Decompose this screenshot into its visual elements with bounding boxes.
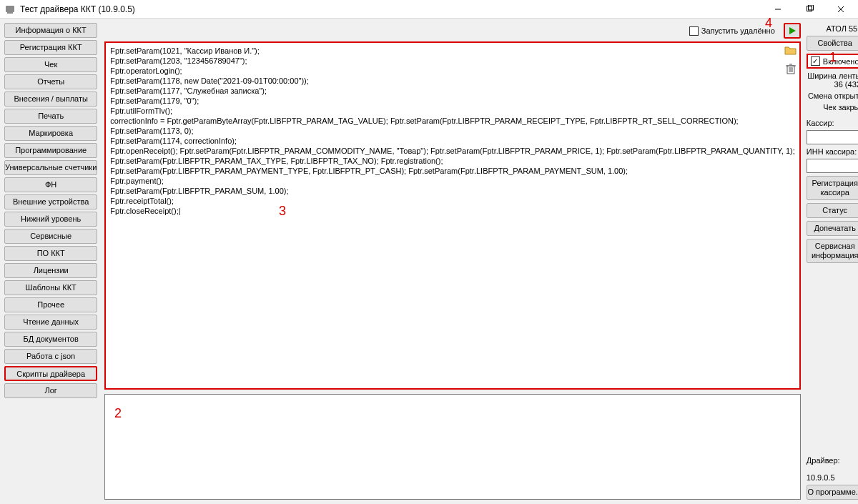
sidebar-item-marking[interactable]: Маркировка bbox=[4, 126, 97, 141]
shift-status: Смена открыта bbox=[807, 92, 858, 100]
delete-button[interactable] bbox=[782, 61, 799, 76]
sidebar-item-receipt[interactable]: Чек bbox=[4, 57, 97, 72]
maximize-button[interactable] bbox=[794, 0, 825, 19]
editor-toolbar: Запустить удалённо bbox=[104, 23, 800, 39]
titlebar: Тест драйвера ККТ (10.9.0.5) bbox=[0, 0, 858, 19]
sidebar-item-fn[interactable]: ФН bbox=[4, 177, 97, 192]
tape-width-value: 36 (432) bbox=[807, 80, 858, 89]
enabled-checkbox[interactable]: ✓ Включено bbox=[807, 54, 858, 69]
open-folder-button[interactable] bbox=[782, 42, 799, 58]
document-status-button[interactable]: Статус документа bbox=[807, 203, 858, 218]
minimize-button[interactable] bbox=[762, 0, 794, 19]
tape-width-label: Ширина ленты: bbox=[807, 71, 858, 80]
driver-version: 10.9.0.5 bbox=[807, 473, 835, 482]
sidebar-item-info[interactable]: Информация о ККТ bbox=[4, 23, 97, 38]
remote-run-checkbox[interactable]: Запустить удалённо bbox=[689, 26, 775, 36]
trash-icon bbox=[786, 63, 796, 74]
folder-icon bbox=[784, 44, 797, 56]
editor-side-icons bbox=[782, 42, 799, 76]
output-panel[interactable] bbox=[104, 394, 800, 500]
driver-info: Драйвер: 10.9.0.5 bbox=[807, 448, 858, 482]
sidebar-item-other[interactable]: Прочее bbox=[4, 297, 97, 312]
checkbox-icon: ✓ bbox=[811, 56, 820, 66]
sidebar-item-lowlevel[interactable]: Нижний уровень bbox=[4, 212, 97, 227]
sidebar-item-docdb[interactable]: БД документов bbox=[4, 332, 97, 347]
reprint-button[interactable]: Допечатать bbox=[807, 221, 858, 236]
register-cashier-button[interactable]: Регистрация кассира bbox=[807, 176, 858, 200]
device-name: АТОЛ 55Ф bbox=[807, 24, 858, 33]
sidebar-item-firmware[interactable]: ПО ККТ bbox=[4, 246, 97, 261]
svg-rect-1 bbox=[7, 12, 13, 14]
sidebar-item-external[interactable]: Внешние устройства bbox=[4, 194, 97, 209]
sidebar-item-json[interactable]: Работа с json bbox=[4, 349, 97, 364]
receipt-status: Чек закрыт bbox=[807, 103, 858, 112]
cashier-inn-label: ИНН кассира: bbox=[807, 147, 858, 156]
sidebar-item-counters[interactable]: Универсальные счетчики bbox=[4, 160, 97, 175]
remote-run-label: Запустить удалённо bbox=[701, 26, 775, 35]
window-controls bbox=[762, 0, 857, 19]
play-icon bbox=[788, 26, 797, 35]
cashier-inn-input[interactable] bbox=[807, 159, 858, 173]
sidebar-right: АТОЛ 55Ф Свойства ✓ Включено Ширина лент… bbox=[804, 19, 858, 504]
sidebar-item-readdata[interactable]: Чтение данных bbox=[4, 315, 97, 330]
cashier-input[interactable] bbox=[807, 130, 858, 144]
checkbox-icon bbox=[689, 26, 699, 36]
service-info-button[interactable]: Сервисная информация bbox=[807, 239, 858, 263]
sidebar-item-reports[interactable]: Отчеты bbox=[4, 74, 97, 89]
sidebar-item-programming[interactable]: Программирование bbox=[4, 143, 97, 158]
center-panel: Запустить удалённо Fptr.setParam(1021, "… bbox=[102, 19, 803, 504]
sidebar-item-scripts[interactable]: Скрипты драйвера bbox=[4, 366, 97, 381]
sidebar-item-templates[interactable]: Шаблоны ККТ bbox=[4, 280, 97, 295]
sidebar-item-service[interactable]: Сервисные bbox=[4, 229, 97, 244]
sidebar-left: Информация о ККТ Регистрация ККТ Чек Отч… bbox=[0, 19, 102, 504]
properties-button[interactable]: Свойства bbox=[807, 36, 858, 51]
sidebar-item-log[interactable]: Лог bbox=[4, 383, 97, 398]
sidebar-item-licenses[interactable]: Лицензии bbox=[4, 263, 97, 278]
sidebar-item-deposits[interactable]: Внесения / выплаты bbox=[4, 92, 97, 107]
svg-rect-0 bbox=[6, 6, 14, 12]
about-button[interactable]: О программе... bbox=[807, 485, 858, 500]
sidebar-item-registration[interactable]: Регистрация ККТ bbox=[4, 40, 97, 55]
close-button[interactable] bbox=[825, 0, 857, 19]
svg-marker-7 bbox=[789, 27, 796, 34]
cashier-label: Кассир: bbox=[807, 119, 858, 127]
enabled-label: Включено bbox=[823, 57, 858, 66]
driver-label: Драйвер: bbox=[807, 456, 840, 465]
run-button[interactable] bbox=[784, 23, 801, 39]
sidebar-item-print[interactable]: Печать bbox=[4, 109, 97, 124]
window-title: Тест драйвера ККТ (10.9.0.5) bbox=[20, 4, 135, 14]
app-icon bbox=[4, 4, 16, 15]
script-editor[interactable]: Fptr.setParam(1021, "Кассир Иванов И.");… bbox=[104, 41, 800, 390]
